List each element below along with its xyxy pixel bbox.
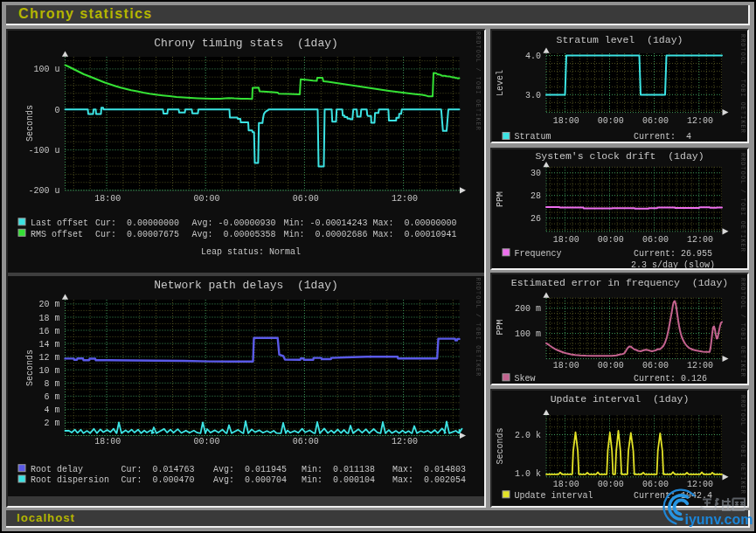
svg-text:2 m: 2 m <box>44 419 59 428</box>
svg-text:Max: 0.014803: Max: 0.014803 <box>392 465 466 474</box>
svg-text:00:00: 00:00 <box>193 437 219 446</box>
svg-text:Avg: -0.00000930: Avg: -0.00000930 <box>192 218 276 228</box>
svg-text:Avg: 0.000704: Avg: 0.000704 <box>213 475 287 485</box>
svg-text:00:00: 00:00 <box>598 480 624 489</box>
svg-text:16 m: 16 m <box>38 327 59 336</box>
svg-text:Update interval: Update interval <box>515 491 593 501</box>
svg-text:Cur: 0.000470: Cur: 0.000470 <box>121 475 195 485</box>
svg-text:Root dispersion: Root dispersion <box>31 475 109 485</box>
svg-text:Max: 0.00000000: Max: 0.00000000 <box>373 218 457 228</box>
svg-text:Leap status: Normal: Leap status: Normal <box>201 247 301 257</box>
svg-text:06:00: 06:00 <box>293 194 319 204</box>
svg-text:12:00: 12:00 <box>392 437 418 446</box>
svg-text:Cur: 0.014763: Cur: 0.014763 <box>121 465 195 474</box>
svg-text:10 m: 10 m <box>38 366 59 376</box>
svg-text:00:00: 00:00 <box>193 194 219 204</box>
svg-text:06:00: 06:00 <box>642 116 669 126</box>
svg-text:200 m: 200 m <box>515 304 541 314</box>
svg-text:0: 0 <box>54 106 59 115</box>
svg-text:18:00: 18:00 <box>94 437 121 446</box>
svg-text:RRDTOOL / TOBI OETIKER: RRDTOOL / TOBI OETIKER <box>475 31 482 131</box>
svg-text:8 m: 8 m <box>44 379 59 389</box>
svg-text:00:00: 00:00 <box>598 235 624 245</box>
svg-text:Level: Level <box>496 70 505 96</box>
svg-text:00:00: 00:00 <box>598 116 624 126</box>
svg-text:20 m: 20 m <box>38 300 59 309</box>
svg-text:Min: 0.00002686: Min: 0.00002686 <box>284 230 368 239</box>
svg-text:18:00: 18:00 <box>553 480 579 489</box>
svg-text:Cur: 0.00000000: Cur: 0.00000000 <box>95 218 179 228</box>
svg-text:6 m: 6 m <box>44 392 59 402</box>
svg-text:Avg: 0.00005358: Avg: 0.00005358 <box>192 230 276 239</box>
svg-text:2.3 s/day (slow): 2.3 s/day (slow) <box>631 260 715 269</box>
svg-text:Chrony timing stats (1day): Chrony timing stats (1day) <box>154 37 338 50</box>
svg-text:Network path delays (1day): Network path delays (1day) <box>154 279 338 292</box>
svg-text:100 m: 100 m <box>515 329 541 339</box>
svg-text:Min: 0.000104: Min: 0.000104 <box>302 475 375 485</box>
svg-text:Seconds: Seconds <box>25 350 35 386</box>
svg-text:RRDTOOL / TOBI OETIKER: RRDTOOL / TOBI OETIKER <box>739 395 746 495</box>
svg-text:18:00: 18:00 <box>553 361 579 370</box>
svg-text:06:00: 06:00 <box>642 480 669 489</box>
svg-text:Max: 0.00010941: Max: 0.00010941 <box>373 230 457 239</box>
svg-text:Max: 0.002054: Max: 0.002054 <box>392 475 466 485</box>
svg-text:System's clock drift (1day): System's clock drift (1day) <box>535 150 704 162</box>
svg-text:18:00: 18:00 <box>94 194 121 204</box>
svg-text:Stratum level (1day): Stratum level (1day) <box>557 34 683 45</box>
svg-text:18:00: 18:00 <box>553 235 579 245</box>
svg-text:14 m: 14 m <box>38 340 59 350</box>
svg-text:12:00: 12:00 <box>687 361 713 370</box>
svg-text:Current: 26.955: Current: 26.955 <box>634 249 712 259</box>
svg-text:RRDTOOL / TOBI OETIKER: RRDTOOL / TOBI OETIKER <box>739 153 746 253</box>
svg-text:4.0: 4.0 <box>525 52 541 61</box>
svg-text:28: 28 <box>531 191 541 201</box>
svg-text:Seconds: Seconds <box>25 105 35 142</box>
svg-text:4 m: 4 m <box>44 405 59 415</box>
svg-text:PPM: PPM <box>496 319 505 335</box>
svg-text:Current: 1042.4: Current: 1042.4 <box>634 491 712 501</box>
svg-text:Frequency: Frequency <box>515 249 562 259</box>
svg-text:18 m: 18 m <box>38 314 59 323</box>
svg-text:Estimated error in frequency: Estimated error in frequency (1day) <box>511 277 728 288</box>
svg-text:Stratum: Stratum <box>515 132 551 142</box>
svg-text:06:00: 06:00 <box>293 437 319 446</box>
svg-text:Root delay: Root delay <box>31 465 83 474</box>
svg-text:Cur: 0.00007675: Cur: 0.00007675 <box>95 230 179 239</box>
svg-text:3.0: 3.0 <box>525 91 541 100</box>
svg-text:00:00: 00:00 <box>598 361 624 370</box>
svg-text:12:00: 12:00 <box>687 480 713 489</box>
svg-text:Current: 0.126: Current: 0.126 <box>634 374 707 384</box>
svg-text:12:00: 12:00 <box>687 116 713 126</box>
svg-text:2.0 k: 2.0 k <box>515 431 541 440</box>
svg-text:Avg: 0.011945: Avg: 0.011945 <box>213 465 287 474</box>
svg-text:RRDTOOL / TOBI OETIKER: RRDTOOL / TOBI OETIKER <box>739 278 746 377</box>
svg-text:1.0 k: 1.0 k <box>515 469 541 479</box>
svg-text:PPM: PPM <box>496 191 505 207</box>
svg-text:Skew: Skew <box>515 374 536 384</box>
svg-text:26: 26 <box>531 214 541 224</box>
svg-text:Seconds: Seconds <box>496 427 505 464</box>
svg-text:Min: 0.011138: Min: 0.011138 <box>302 465 375 474</box>
svg-text:12:00: 12:00 <box>392 194 418 204</box>
svg-text:30: 30 <box>531 169 541 178</box>
svg-text:Current: 4: Current: 4 <box>634 132 691 142</box>
svg-text:12 m: 12 m <box>38 353 59 363</box>
svg-text:18:00: 18:00 <box>553 116 579 126</box>
svg-text:Update interval (1day): Update interval (1day) <box>551 393 690 405</box>
svg-text:06:00: 06:00 <box>642 235 669 245</box>
svg-text:RMS offset: RMS offset <box>31 230 83 239</box>
svg-text:12:00: 12:00 <box>687 235 713 245</box>
svg-text:-200 u: -200 u <box>28 186 59 196</box>
svg-text:RRDTOOL / TOBI OETIKER: RRDTOOL / TOBI OETIKER <box>739 34 746 134</box>
svg-text:100 u: 100 u <box>33 65 59 74</box>
svg-text:Min: -0.00014243: Min: -0.00014243 <box>284 218 368 228</box>
svg-text:-100 u: -100 u <box>28 146 59 156</box>
svg-text:Last offset: Last offset <box>31 218 88 228</box>
svg-text:06:00: 06:00 <box>642 361 669 370</box>
svg-text:RRDTOOL / TOBI OETIKER: RRDTOOL / TOBI OETIKER <box>475 278 482 377</box>
